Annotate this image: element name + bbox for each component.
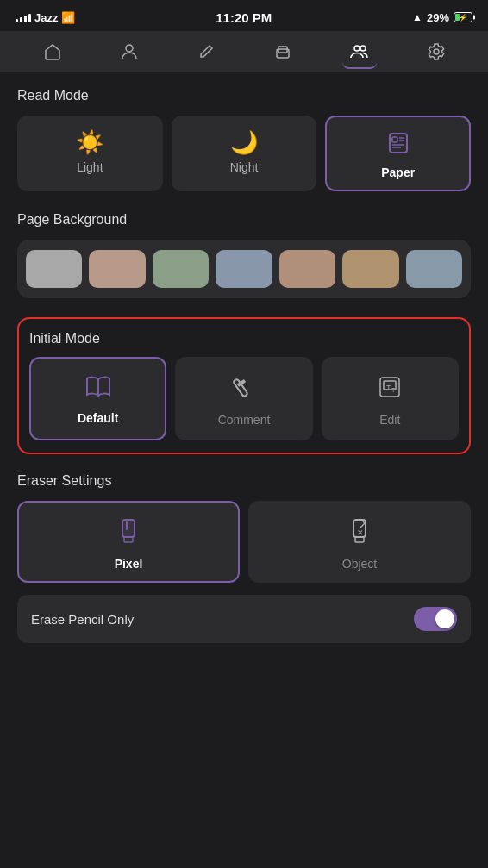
initial-mode-section: Initial Mode Default	[17, 317, 471, 454]
svg-text:✕: ✕	[357, 528, 364, 537]
swatch-3[interactable]	[216, 250, 272, 288]
eraser-pixel-icon	[114, 516, 143, 550]
initial-mode-comment-btn[interactable]: Comment	[175, 357, 312, 440]
top-nav	[0, 31, 488, 72]
wifi-icon: 📶	[61, 11, 75, 24]
eraser-buttons: Pixel ✕ Object	[17, 501, 471, 583]
carrier-label: Jazz	[34, 11, 58, 24]
eraser-settings-label: Eraser Settings	[17, 473, 471, 489]
nav-people-icon[interactable]	[342, 34, 377, 69]
read-mode-night-label: Night	[230, 160, 259, 174]
toggle-knob	[435, 609, 454, 628]
status-bar: Jazz 📶 11:20 PM ▲ 29% ⚡	[0, 0, 488, 31]
time-label: 11:20 PM	[216, 10, 272, 25]
svg-rect-7	[392, 137, 397, 142]
svg-point-3	[354, 46, 360, 51]
page-background-label: Page Background	[17, 212, 471, 228]
swatch-4[interactable]	[279, 250, 335, 288]
nav-person-icon[interactable]	[112, 34, 147, 69]
battery-percent: 29%	[427, 11, 449, 24]
nav-settings-icon[interactable]	[419, 34, 454, 69]
erase-pencil-only-label: Erase Pencil Only	[31, 612, 134, 627]
read-mode-night-btn[interactable]: 🌙 Night	[172, 116, 317, 191]
svg-rect-13	[233, 378, 248, 397]
status-left: Jazz 📶	[16, 11, 75, 24]
svg-rect-19	[122, 520, 135, 537]
swatch-5[interactable]	[342, 250, 398, 288]
svg-rect-6	[390, 134, 407, 153]
moon-icon: 🌙	[230, 131, 258, 153]
swatch-1[interactable]	[89, 250, 145, 288]
svg-point-4	[360, 46, 366, 51]
book-icon	[84, 374, 112, 403]
eraser-settings-section: Eraser Settings Pixel	[17, 473, 471, 643]
initial-mode-label: Initial Mode	[29, 331, 459, 347]
svg-rect-21	[126, 521, 128, 530]
edit-icon: T T	[377, 374, 403, 404]
swatch-2[interactable]	[153, 250, 209, 288]
initial-mode-edit-btn[interactable]: T T Edit	[322, 357, 459, 440]
svg-line-25	[363, 521, 365, 523]
nav-pencil-icon[interactable]	[189, 34, 223, 69]
comment-icon	[231, 374, 257, 404]
status-right: ▲ 29% ⚡	[412, 11, 472, 24]
initial-mode-buttons: Default Comment T	[29, 357, 459, 440]
read-mode-buttons: ☀️ Light 🌙 Night	[17, 116, 471, 191]
eraser-object-label: Object	[342, 557, 377, 571]
read-mode-paper-label: Paper	[381, 165, 415, 179]
read-mode-label: Read Mode	[17, 88, 471, 103]
eraser-pixel-label: Pixel	[115, 557, 143, 571]
nav-home-icon[interactable]	[35, 34, 70, 69]
read-mode-paper-btn[interactable]: Paper	[325, 116, 471, 191]
initial-mode-default-label: Default	[78, 411, 118, 425]
page-background-section: Page Background	[17, 212, 471, 298]
swatch-0[interactable]	[26, 250, 82, 288]
initial-mode-edit-label: Edit	[379, 413, 400, 427]
eraser-object-btn[interactable]: ✕ Object	[248, 501, 471, 583]
initial-mode-default-btn[interactable]: Default	[29, 357, 166, 440]
svg-point-0	[126, 45, 133, 52]
signal-bars-icon	[16, 12, 31, 22]
initial-mode-comment-label: Comment	[218, 413, 271, 427]
battery-icon: ⚡	[454, 12, 472, 22]
svg-point-5	[434, 49, 439, 54]
read-mode-light-label: Light	[77, 160, 103, 174]
sun-icon: ☀️	[76, 131, 103, 153]
bg-swatches-container	[17, 240, 471, 298]
eraser-object-icon: ✕	[345, 516, 374, 550]
erase-pencil-only-toggle[interactable]	[414, 607, 457, 631]
read-mode-light-btn[interactable]: ☀️ Light	[17, 116, 163, 191]
location-icon: ▲	[412, 11, 422, 23]
read-mode-section: Read Mode ☀️ Light 🌙 Night	[17, 88, 471, 191]
eraser-pixel-btn[interactable]: Pixel	[17, 501, 240, 583]
main-content: Read Mode ☀️ Light 🌙 Night	[0, 72, 488, 659]
svg-text:T: T	[391, 387, 396, 393]
paper-icon	[386, 131, 410, 159]
nav-layers-icon[interactable]	[266, 34, 300, 69]
swatch-6[interactable]	[406, 250, 462, 288]
erase-pencil-only-row: Erase Pencil Only	[17, 595, 471, 643]
